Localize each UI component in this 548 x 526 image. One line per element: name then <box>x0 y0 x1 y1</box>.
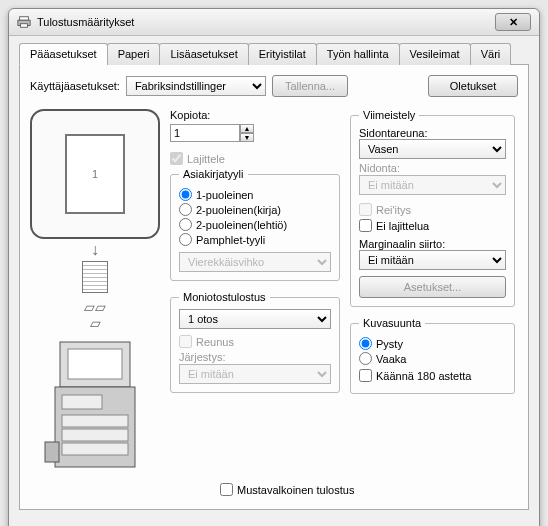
landscape-radio[interactable] <box>359 352 372 365</box>
dialog-window: Tulostusmääritykset ✕ Pääasetukset Paper… <box>8 8 540 526</box>
binding-select[interactable]: Vasen <box>359 139 506 159</box>
svg-rect-10 <box>45 442 59 462</box>
svg-rect-9 <box>62 443 128 455</box>
orientation-legend: Kuvasuunta <box>359 317 425 329</box>
svg-rect-7 <box>62 415 128 427</box>
finishing-group: Viimeistely Sidontareuna: Vasen Nidonta:… <box>350 109 515 307</box>
svg-rect-6 <box>62 395 102 409</box>
save-button[interactable]: Tallenna... <box>272 75 348 97</box>
portrait-radio[interactable] <box>359 337 372 350</box>
content-area: Pääasetukset Paperi Lisäasetukset Erityi… <box>9 36 539 520</box>
collate-row: Lajittele <box>170 152 340 165</box>
margin-label: Marginaalin siirto: <box>359 238 506 250</box>
tab-color[interactable]: Väri <box>470 43 512 65</box>
docstyle-2sided-tablet-label: 2-puoleinen(lehtiö) <box>196 219 287 231</box>
bw-label: Mustavalkoinen tulostus <box>237 484 354 496</box>
preview-column: 1 ↓ ▱▱▱ <box>30 109 160 477</box>
tab-main[interactable]: Pääasetukset <box>19 43 108 65</box>
printer-icon <box>17 15 31 29</box>
nooffset-label: Ei lajittelua <box>376 220 429 232</box>
svg-rect-0 <box>20 17 29 21</box>
docstyle-combo: Vierekkäisvihko <box>179 252 331 272</box>
preview-box: 1 <box>30 109 160 239</box>
copies-group: Kopiota: ▲ ▼ <box>170 109 340 142</box>
right-column: Viimeistely Sidontareuna: Vasen Nidonta:… <box>350 109 515 477</box>
margin-select[interactable]: Ei mitään <box>359 250 506 270</box>
middle-column: Kopiota: ▲ ▼ Lajittele <box>170 109 340 477</box>
docstyle-1sided-label: 1-puoleinen <box>196 189 254 201</box>
binding-label: Sidontareuna: <box>359 127 506 139</box>
docstyle-2sided-tablet-radio[interactable] <box>179 218 192 231</box>
copies-input[interactable] <box>170 124 240 142</box>
printer-illustration <box>30 337 160 477</box>
svg-rect-8 <box>62 429 128 441</box>
tab-panel-main: Käyttäjäasetukset: Fabriksindstillinger … <box>19 65 529 510</box>
copies-spinner: ▲ ▼ <box>170 124 340 142</box>
dialog-buttons: OK Peruuta Ohje <box>9 520 539 526</box>
tab-job[interactable]: Työn hallinta <box>316 43 400 65</box>
docstyle-pamphlet-label: Pamphlet-tyyli <box>196 234 265 246</box>
copies-label: Kopiota: <box>170 109 340 121</box>
docstyle-pamphlet-radio[interactable] <box>179 233 192 246</box>
copies-up-button[interactable]: ▲ <box>240 124 254 133</box>
nup-order-select: Ei mitään <box>179 364 331 384</box>
bw-row: Mustavalkoinen tulostus <box>30 483 518 496</box>
user-settings-select[interactable]: Fabriksindstillinger <box>126 76 266 96</box>
tabstrip: Pääasetukset Paperi Lisäasetukset Erityi… <box>19 42 529 65</box>
arrow-down-icon: ↓ <box>30 241 160 259</box>
titlebar: Tulostusmääritykset ✕ <box>9 9 539 36</box>
docstyle-2sided-book-radio[interactable] <box>179 203 192 216</box>
landscape-label: Vaaka <box>376 353 406 365</box>
finishing-legend: Viimeistely <box>359 109 419 121</box>
page-number: 1 <box>92 168 98 180</box>
document-icon <box>82 261 108 293</box>
tab-advanced[interactable]: Lisäasetukset <box>159 43 248 65</box>
pages-stack-icon: ▱▱▱ <box>30 299 160 331</box>
nup-border-checkbox <box>179 335 192 348</box>
bw-checkbox[interactable] <box>220 483 233 496</box>
close-button[interactable]: ✕ <box>495 13 531 31</box>
tab-watermarks[interactable]: Vesileimat <box>399 43 471 65</box>
collate-label: Lajittele <box>187 153 225 165</box>
docstyle-2sided-book-label: 2-puoleinen(kirja) <box>196 204 281 216</box>
nup-select[interactable]: 1 otos <box>179 309 331 329</box>
user-settings-label: Käyttäjäasetukset: <box>30 80 120 92</box>
portrait-label: Pysty <box>376 338 403 350</box>
docstyle-1sided-radio[interactable] <box>179 188 192 201</box>
staple-label: Nidonta: <box>359 162 506 174</box>
svg-rect-2 <box>21 24 28 28</box>
docstyle-legend: Asiakirjatyyli <box>179 168 248 180</box>
nup-order-label: Järjestys: <box>179 351 331 363</box>
page-preview-icon: 1 <box>65 134 125 214</box>
orientation-group: Kuvasuunta Pysty Vaaka Käännä 180 astett… <box>350 317 515 394</box>
rotate180-label: Käännä 180 astetta <box>376 370 471 382</box>
user-settings-row: Käyttäjäasetukset: Fabriksindstillinger … <box>30 75 518 97</box>
rotate180-checkbox[interactable] <box>359 369 372 382</box>
defaults-button[interactable]: Oletukset <box>428 75 518 97</box>
staple-select: Ei mitään <box>359 175 506 195</box>
finishing-settings-button: Asetukset... <box>359 276 506 298</box>
punch-label: Rei'itys <box>376 204 411 216</box>
nup-legend: Moniotostulostus <box>179 291 270 303</box>
nooffset-checkbox[interactable] <box>359 219 372 232</box>
punch-checkbox <box>359 203 372 216</box>
window-title: Tulostusmääritykset <box>37 16 495 28</box>
collate-checkbox <box>170 152 183 165</box>
copies-down-button[interactable]: ▼ <box>240 133 254 142</box>
nup-group: Moniotostulostus 1 otos Reunus Järjestys… <box>170 291 340 393</box>
svg-rect-4 <box>68 349 122 379</box>
tab-special[interactable]: Erityistilat <box>248 43 317 65</box>
tab-paper[interactable]: Paperi <box>107 43 161 65</box>
docstyle-group: Asiakirjatyyli 1-puoleinen 2-puoleinen(k… <box>170 168 340 281</box>
nup-border-label: Reunus <box>196 336 234 348</box>
